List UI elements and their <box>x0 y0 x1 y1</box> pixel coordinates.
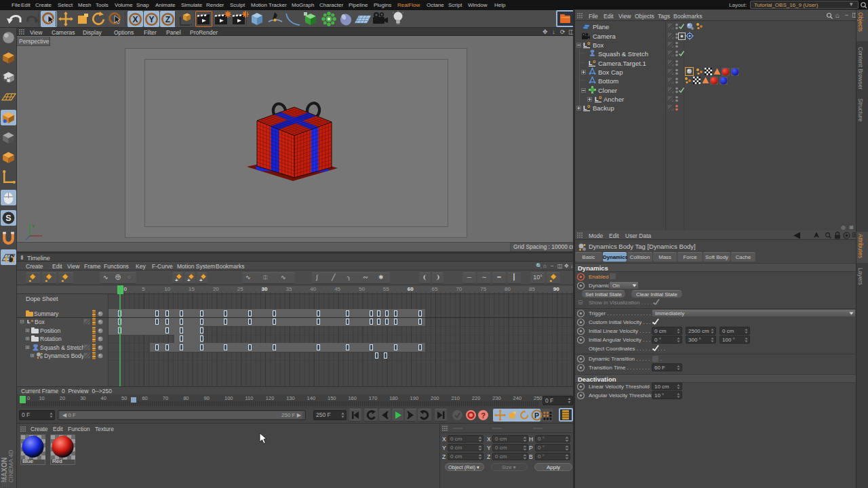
svg-text:?: ? <box>481 411 486 420</box>
svg-text:Y: Y <box>149 15 154 24</box>
svg-text:+: + <box>187 277 191 283</box>
svg-text:P: P <box>534 411 539 420</box>
svg-text:+: + <box>199 277 203 283</box>
svg-text:+: + <box>175 277 178 283</box>
svg-text:Y: Y <box>32 224 35 228</box>
svg-text:S: S <box>5 214 11 223</box>
svg-text:X: X <box>132 15 138 24</box>
svg-text:Z: Z <box>165 15 170 24</box>
